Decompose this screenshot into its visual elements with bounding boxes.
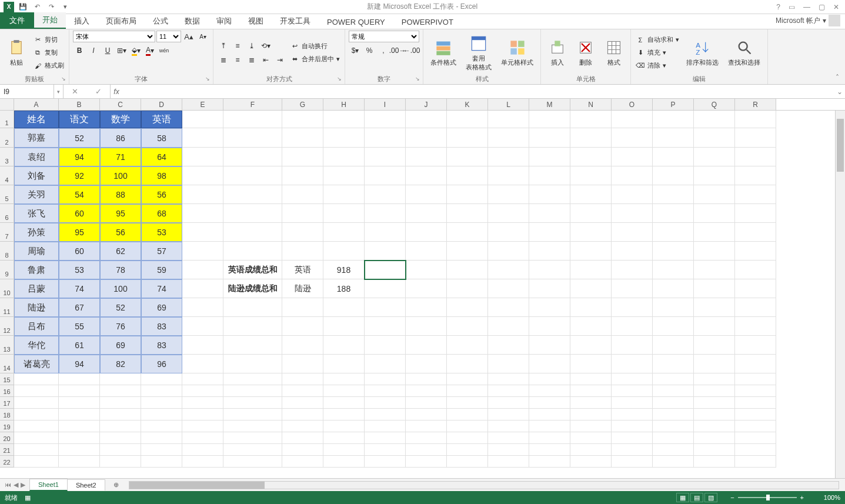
tab-pagelayout[interactable]: 页面布局 <box>98 14 145 29</box>
cell-L15[interactable] <box>488 373 529 385</box>
column-header-O[interactable]: O <box>612 99 653 110</box>
cell-Q3[interactable] <box>694 148 735 166</box>
bold-button[interactable]: B <box>73 45 86 56</box>
fx-icon[interactable]: fx <box>111 85 122 98</box>
table-row-score[interactable]: 76 <box>100 317 141 336</box>
cell-O19[interactable] <box>612 420 653 432</box>
cell-O1[interactable] <box>612 111 653 128</box>
cell-Q8[interactable] <box>694 242 735 261</box>
cell-E22[interactable] <box>182 456 223 468</box>
cell-C18[interactable] <box>100 409 141 420</box>
cell-J5[interactable] <box>406 185 447 204</box>
align-top-button[interactable]: ⤒ <box>217 40 230 52</box>
cell-G6[interactable] <box>282 204 323 223</box>
cell-R2[interactable] <box>735 128 776 148</box>
tab-powerquery[interactable]: POWER QUERY <box>319 15 393 29</box>
cell-G11[interactable] <box>282 298 323 317</box>
cell-G4[interactable] <box>282 166 323 185</box>
column-header-L[interactable]: L <box>488 99 529 110</box>
cell-G17[interactable] <box>282 397 323 409</box>
tab-home[interactable]: 开始 <box>34 12 66 29</box>
cell-N13[interactable] <box>570 336 612 355</box>
table-row-score[interactable]: 100 <box>100 166 141 185</box>
cell-L4[interactable] <box>488 166 529 185</box>
cell-K10[interactable] <box>447 279 488 298</box>
table-row-score[interactable]: 95 <box>100 204 141 223</box>
maximize-icon[interactable]: ▢ <box>819 3 825 11</box>
cell-H6[interactable] <box>323 204 365 223</box>
cell-A15[interactable] <box>14 373 59 385</box>
table-row-name[interactable]: 孙策 <box>14 223 59 242</box>
cell-J2[interactable] <box>406 128 447 148</box>
cell-O10[interactable] <box>612 279 653 298</box>
expand-formula-bar-icon[interactable]: ⌄ <box>834 85 845 98</box>
cell-O2[interactable] <box>612 128 653 148</box>
table-row-score[interactable]: 100 <box>100 279 141 298</box>
table-row-name[interactable]: 张飞 <box>14 204 59 223</box>
cell-C16[interactable] <box>100 385 141 397</box>
cell-J12[interactable] <box>406 317 447 336</box>
cell-O20[interactable] <box>612 432 653 444</box>
tab-formulas[interactable]: 公式 <box>145 14 176 29</box>
clear-button[interactable]: ⌫清除▾ <box>634 60 680 72</box>
cell-P11[interactable] <box>653 298 694 317</box>
cell-I15[interactable] <box>365 373 406 385</box>
cell-E12[interactable] <box>182 317 223 336</box>
cell-P12[interactable] <box>653 317 694 336</box>
enter-formula-icon[interactable]: ✓ <box>95 87 102 96</box>
cell-H14[interactable] <box>323 355 365 373</box>
cell-G14[interactable] <box>282 355 323 373</box>
sheet-nav-first-icon[interactable]: ⏮ <box>5 481 11 489</box>
cell-G3[interactable] <box>282 148 323 166</box>
cell-F21[interactable] <box>223 444 282 456</box>
cell-O9[interactable] <box>612 261 653 279</box>
cell-O8[interactable] <box>612 242 653 261</box>
cell-C21[interactable] <box>100 444 141 456</box>
cell-P19[interactable] <box>653 420 694 432</box>
cell-R12[interactable] <box>735 317 776 336</box>
label-english-sum[interactable]: 英语成绩总和 <box>223 261 282 279</box>
table-row-score[interactable]: 57 <box>141 242 182 261</box>
fill-button[interactable]: ⬇填充▾ <box>634 47 680 59</box>
cell-E19[interactable] <box>182 420 223 432</box>
cell-Q5[interactable] <box>694 185 735 204</box>
table-row-score[interactable]: 54 <box>59 185 100 204</box>
value-luxun-sum[interactable]: 188 <box>323 279 365 298</box>
cell-Q13[interactable] <box>694 336 735 355</box>
account-menu[interactable]: Microsoft 帐户 ▾ <box>771 12 845 29</box>
cell-E9[interactable] <box>182 261 223 279</box>
cell-J6[interactable] <box>406 204 447 223</box>
cell-K12[interactable] <box>447 317 488 336</box>
cell-H7[interactable] <box>323 223 365 242</box>
cell-E3[interactable] <box>182 148 223 166</box>
cell-P15[interactable] <box>653 373 694 385</box>
cell-J21[interactable] <box>406 444 447 456</box>
cut-button[interactable]: ✂剪切 <box>32 34 65 46</box>
cell-O16[interactable] <box>612 385 653 397</box>
cell-B20[interactable] <box>59 432 100 444</box>
cell-B15[interactable] <box>59 373 100 385</box>
cell-N1[interactable] <box>570 111 612 128</box>
cell-G16[interactable] <box>282 385 323 397</box>
table-row-name[interactable]: 郭嘉 <box>14 128 59 148</box>
autosum-button[interactable]: Σ自动求和▾ <box>634 34 680 46</box>
table-row-name[interactable]: 关羽 <box>14 185 59 204</box>
column-header-R[interactable]: R <box>735 99 776 110</box>
cell-B19[interactable] <box>59 420 100 432</box>
cell-K9[interactable] <box>447 261 488 279</box>
cell-R3[interactable] <box>735 148 776 166</box>
horizontal-scroll-thumb[interactable] <box>129 482 265 489</box>
cell-K17[interactable] <box>447 397 488 409</box>
row-header-7[interactable]: 7 <box>0 223 14 242</box>
cell-L8[interactable] <box>488 242 529 261</box>
cell-L6[interactable] <box>488 204 529 223</box>
cell-D22[interactable] <box>141 456 182 468</box>
cell-M9[interactable] <box>529 261 570 279</box>
paste-button[interactable]: 粘贴 <box>4 37 29 68</box>
cell-D20[interactable] <box>141 432 182 444</box>
sort-filter-button[interactable]: AZ排序和筛选 <box>683 37 722 68</box>
table-row-score[interactable]: 88 <box>100 185 141 204</box>
cell-M18[interactable] <box>529 409 570 420</box>
cell-Q4[interactable] <box>694 166 735 185</box>
table-row-score[interactable]: 52 <box>100 298 141 317</box>
